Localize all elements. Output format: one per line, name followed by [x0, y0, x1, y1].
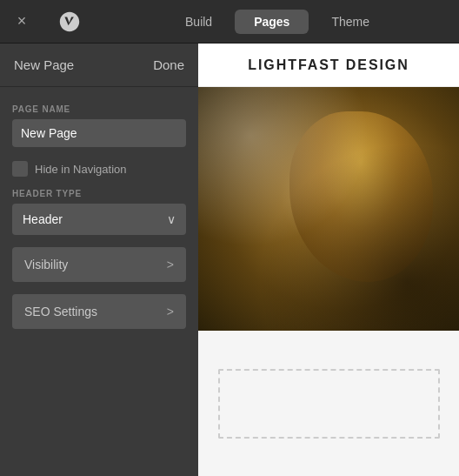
chevron-right-icon-2: > [167, 305, 174, 318]
hero-image [198, 87, 459, 331]
close-button[interactable]: × [0, 12, 43, 30]
page-title: LIGHTFAST DESIGN [248, 57, 409, 73]
visibility-label: Visibility [24, 258, 68, 272]
page-title-bar: LIGHTFAST DESIGN [198, 44, 459, 87]
hide-nav-checkbox[interactable] [12, 161, 28, 177]
seo-settings-button[interactable]: SEO Settings > [12, 294, 186, 329]
header-type-dropdown[interactable]: Header ∨ [12, 204, 186, 235]
tab-pages[interactable]: Pages [235, 10, 309, 34]
page-name-label: PAGE NAME [12, 104, 186, 114]
logo [43, 10, 96, 34]
sidebar-form: PAGE NAME Hide in Navigation HEADER TYPE… [0, 87, 198, 346]
header-type-value: Header [23, 212, 63, 226]
top-nav: × Build Pages Theme [0, 0, 459, 44]
new-page-label: New Page [14, 57, 153, 72]
header-type-section: HEADER TYPE Header ∨ [12, 189, 186, 235]
nav-tabs: Build Pages Theme [96, 10, 459, 34]
content-area: LIGHTFAST DESIGN [198, 44, 459, 476]
seo-label: SEO Settings [24, 305, 97, 318]
chevron-right-icon: > [167, 258, 174, 272]
close-icon: × [17, 12, 27, 30]
done-button[interactable]: Done [153, 57, 184, 72]
weebly-logo-icon [57, 10, 82, 34]
header-type-label: HEADER TYPE [12, 189, 186, 198]
sidebar: New Page Done PAGE NAME Hide in Navigati… [0, 44, 198, 476]
tab-build[interactable]: Build [166, 10, 231, 34]
chevron-down-icon: ∨ [167, 212, 176, 226]
main-area: New Page Done PAGE NAME Hide in Navigati… [0, 44, 459, 476]
hide-nav-label: Hide in Navigation [35, 163, 127, 176]
tab-theme[interactable]: Theme [312, 10, 389, 34]
page-name-section: PAGE NAME [12, 104, 186, 147]
hero-image-inner [198, 87, 459, 331]
dashed-placeholder-box [218, 369, 440, 439]
visibility-button[interactable]: Visibility > [12, 247, 186, 282]
sidebar-subheader: New Page Done [0, 44, 198, 87]
content-placeholder [198, 331, 459, 476]
hide-nav-row: Hide in Navigation [12, 161, 186, 177]
page-name-input[interactable] [12, 119, 186, 147]
